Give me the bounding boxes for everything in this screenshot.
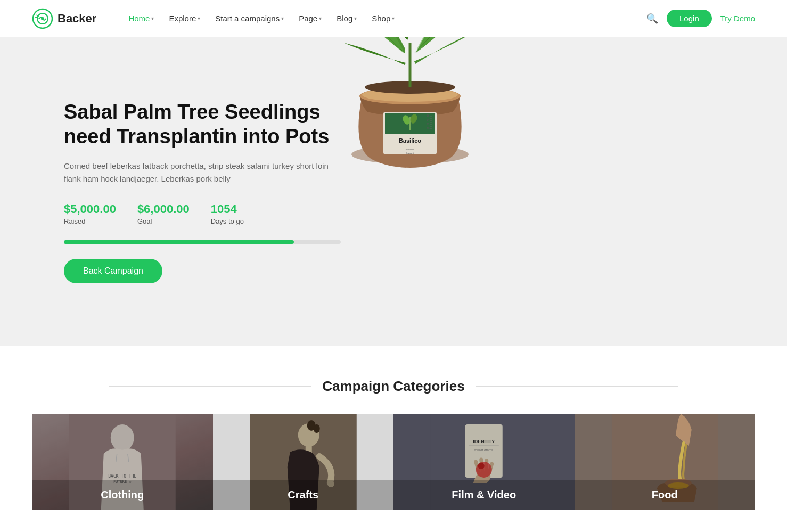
chevron-down-icon: ▾ [281,15,284,21]
hero-section: Sabal Palm Tree Seedlings need Transplan… [0,37,787,346]
chevron-down-icon: ▾ [151,15,154,21]
category-crafts[interactable]: Crafts [213,414,394,510]
goal-value: $6,000.00 [137,202,190,216]
chevron-down-icon: ▾ [354,15,357,21]
category-label-film: Film & Video [393,480,575,510]
svg-line-4 [35,17,39,18]
categories-grid: BACK TO THE FUTURE ★ Clothing [32,414,755,510]
search-icon[interactable]: 🔍 [646,13,658,24]
svg-point-52 [478,463,485,469]
svg-text:10: 10 [427,127,430,130]
svg-point-51 [476,462,492,478]
svg-point-42 [313,424,319,433]
category-film[interactable]: IDENTITY thriller drama Film & Video [393,414,575,510]
svg-line-50 [489,464,492,473]
svg-line-47 [476,462,479,471]
svg-text:16: 16 [427,114,430,117]
svg-text:hamui: hamui [406,152,414,155]
category-label-crafts: Crafts [213,480,394,510]
svg-line-38 [128,454,129,462]
section-line-right [476,386,678,387]
nav-right: 🔍 Login Try Demo [646,10,755,27]
hero-stats: $5,000.00 Raised $6,000.00 Goal 1054 Day… [64,202,341,225]
stat-raised: $5,000.00 Raised [64,202,116,225]
svg-rect-46 [465,424,503,478]
logo[interactable]: Backer [32,8,96,29]
svg-line-49 [486,461,487,471]
svg-line-37 [116,454,117,462]
chevron-down-icon: ▾ [392,15,395,21]
back-campaign-button[interactable]: Back Campaign [64,259,162,283]
stat-goal: $6,000.00 Goal [137,202,190,225]
logo-icon [32,8,53,29]
nav-blog[interactable]: Blog ▾ [337,14,357,23]
svg-text:IDENTITY: IDENTITY [473,439,495,444]
section-line-left [109,386,311,387]
hero-content: Sabal Palm Tree Seedlings need Transplan… [64,100,341,283]
svg-point-41 [307,420,315,431]
hero-title: Sabal Palm Tree Seedlings need Transplan… [64,100,341,149]
login-button[interactable]: Login [667,10,712,27]
stat-days: 1054 Days to go [211,202,244,225]
nav-page[interactable]: Page ▾ [299,14,322,23]
svg-text:━━━━: ━━━━ [405,148,414,151]
category-label-clothing: Clothing [32,480,213,510]
progress-bar-fill [64,240,294,244]
goal-label: Goal [137,217,190,225]
section-header: Campaign Categories [32,378,755,395]
nav-explore[interactable]: Explore ▾ [169,14,200,23]
category-clothing[interactable]: BACK TO THE FUTURE ★ Clothing [32,414,213,510]
hero-description: Corned beef leberkas fatback porchetta, … [64,160,341,185]
raised-label: Raised [64,217,116,225]
section-title: Campaign Categories [322,378,464,395]
nav-home[interactable]: Home ▾ [128,14,154,23]
svg-point-40 [298,423,319,447]
nav-shop[interactable]: Shop ▾ [372,14,395,23]
nav-links: Home ▾ Explore ▾ Start a campaigns ▾ Pag… [128,14,646,23]
navbar: Backer Home ▾ Explore ▾ Start a campaign… [0,0,787,37]
logo-text: Backer [58,12,96,26]
chevron-down-icon: ▾ [198,15,200,21]
nav-start-campaigns[interactable]: Start a campaigns ▾ [215,14,284,23]
svg-point-2 [41,17,44,20]
days-label: Days to go [211,217,244,225]
svg-text:14: 14 [427,118,430,121]
days-value: 1054 [211,202,244,216]
category-label-food: Food [575,480,756,510]
svg-text:BACK TO THE: BACK TO THE [108,474,136,479]
categories-section: Campaign Categories BACK TO THE FUTURE ★ [0,346,787,510]
try-demo-button[interactable]: Try Demo [720,14,755,23]
svg-text:12: 12 [427,122,430,126]
raised-value: $5,000.00 [64,202,116,216]
svg-rect-43 [305,445,311,453]
chevron-down-icon: ▾ [319,15,322,21]
svg-line-48 [481,460,482,471]
svg-text:thriller drama: thriller drama [474,448,494,452]
category-food[interactable]: Food [575,414,756,510]
svg-text:Basilico: Basilico [399,137,421,144]
progress-bar [64,240,341,244]
svg-point-34 [111,424,134,451]
